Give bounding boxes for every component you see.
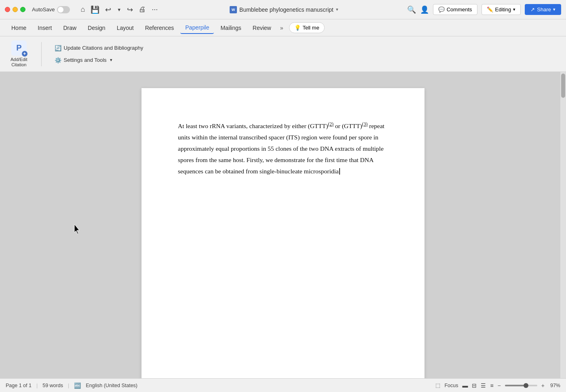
comments-label: Comments (447, 6, 472, 13)
ribbon-divider (41, 42, 42, 66)
update-citations-button[interactable]: 🔄 Update Citations and Bibliography (51, 43, 147, 53)
undo-icon[interactable]: ↩ (105, 5, 111, 14)
language[interactable]: English (United States) (86, 383, 137, 388)
lightbulb-icon: 💡 (294, 25, 301, 31)
menu-draw[interactable]: Draw (58, 22, 81, 34)
status-right: ⬚ Focus ▬ ⊟ ☰ ≡ − + 97% (435, 382, 560, 389)
doc-icon: W (230, 6, 237, 13)
page-info: Page 1 of 1 (6, 383, 32, 388)
redo-icon[interactable]: ↪ (127, 5, 133, 14)
menu-overflow-icon[interactable]: » (278, 25, 286, 31)
minimize-button[interactable] (13, 7, 18, 12)
focus-icon: ⬚ (435, 382, 440, 388)
settings-label: Settings and Tools (64, 57, 107, 63)
menu-layout[interactable]: Layout (112, 22, 139, 34)
draft-view-icon[interactable]: ≡ (490, 382, 493, 389)
menu-review[interactable]: Review (248, 22, 276, 34)
menu-bar: Home Insert Draw Design Layout Reference… (0, 19, 566, 36)
menu-paperpile[interactable]: Paperpile (180, 22, 214, 34)
focus-label[interactable]: Focus (444, 383, 458, 388)
status-divider-1: | (36, 383, 38, 388)
account-icon[interactable]: 👤 (420, 5, 429, 14)
document-page[interactable]: At least two rRNA variants, characterize… (142, 88, 424, 378)
home-icon[interactable]: ⌂ (80, 5, 85, 14)
spell-check-icon[interactable]: 🔤 (74, 382, 81, 389)
scrollbar-thumb[interactable] (561, 74, 565, 98)
plus-icon: + (22, 51, 27, 57)
status-bar: Page 1 of 1 | 59 words | 🔤 English (Unit… (0, 378, 566, 392)
undo-dropdown-icon[interactable]: ▼ (117, 7, 121, 12)
menu-references[interactable]: References (140, 22, 179, 34)
add-citation-label: Add/Edit Citation (11, 57, 27, 67)
menu-insert[interactable]: Insert (33, 22, 57, 34)
settings-tools-button[interactable]: ⚙️ Settings and Tools ▾ (51, 55, 147, 65)
print-icon[interactable]: 🖨 (139, 5, 146, 14)
zoom-level: 97% (550, 383, 560, 388)
title-dropdown-icon[interactable]: ▾ (336, 7, 338, 12)
settings-dropdown-icon: ▾ (110, 57, 112, 63)
document-title-area: W Bumblebee phylogenetics manuscript ▾ (164, 6, 404, 13)
menu-mailings[interactable]: Mailings (215, 22, 246, 34)
title-bar: AutoSave ⌂ 💾 ↩ ▼ ↪ 🖨 ··· W Bumblebee phy… (0, 0, 566, 19)
ribbon-tools: 🔄 Update Citations and Bibliography ⚙️ S… (51, 43, 147, 65)
save-icon[interactable]: 💾 (91, 5, 99, 14)
share-button[interactable]: ↗ Share ▾ (525, 4, 561, 15)
share-icon: ↗ (530, 6, 535, 13)
fullscreen-button[interactable] (20, 7, 25, 12)
update-label: Update Citations and Bibliography (64, 45, 144, 51)
autosave-area: AutoSave (32, 6, 70, 13)
comment-bubble-icon: 💬 (438, 6, 445, 13)
autosave-toggle[interactable] (57, 6, 70, 13)
tell-me-button[interactable]: 💡 Tell me (289, 22, 325, 33)
share-label: Share (537, 6, 551, 13)
share-dropdown-icon: ▾ (553, 7, 555, 12)
ribbon: P + Add/Edit Citation 🔄 Update Citations… (0, 36, 566, 72)
page-content: At least two rRNA variants, characterize… (178, 120, 388, 177)
more-icon[interactable]: ··· (152, 5, 158, 14)
editing-button[interactable]: ✏️ Editing ▾ (482, 4, 521, 15)
mouse-cursor (73, 223, 82, 236)
web-layout-icon[interactable]: ⊟ (472, 382, 477, 389)
zoom-thumb (524, 383, 528, 388)
zoom-slider[interactable] (505, 385, 537, 386)
editing-label: Editing (495, 6, 511, 13)
text-cursor (339, 168, 340, 175)
menu-home[interactable]: Home (6, 22, 31, 34)
status-divider-2: | (68, 383, 69, 388)
outline-view-icon[interactable]: ☰ (481, 382, 486, 389)
tell-me-label: Tell me (303, 25, 319, 31)
zoom-out-icon[interactable]: − (498, 382, 501, 389)
pencil-icon: ✏️ (487, 6, 493, 13)
close-button[interactable] (5, 7, 10, 12)
menu-design[interactable]: Design (83, 22, 110, 34)
title-bar-right: 🔍 👤 💬 Comments ✏️ Editing ▾ ↗ Share ▾ (407, 4, 561, 15)
editing-dropdown-icon: ▾ (513, 7, 515, 12)
comments-button[interactable]: 💬 Comments (433, 4, 477, 15)
traffic-lights (5, 7, 25, 12)
zoom-in-icon[interactable]: + (541, 382, 545, 389)
word-count: 59 words (42, 383, 63, 388)
paperpile-icon: P + (11, 40, 27, 56)
refresh-icon: 🔄 (55, 45, 61, 51)
autosave-label: AutoSave (32, 6, 55, 13)
document-title: Bumblebee phylogenetics manuscript (239, 6, 334, 13)
document-area: At least two rRNA variants, characterize… (0, 72, 566, 378)
add-edit-citation-button[interactable]: P + Add/Edit Citation (6, 37, 32, 71)
document-text: At least two rRNA variants, characterize… (178, 120, 388, 177)
search-icon[interactable]: 🔍 (407, 5, 416, 14)
vertical-scrollbar[interactable] (560, 72, 566, 378)
gear-icon: ⚙️ (55, 57, 61, 63)
zoom-track-fill (505, 385, 526, 386)
print-layout-icon[interactable]: ▬ (462, 382, 468, 389)
title-bar-icons: ⌂ 💾 ↩ ▼ ↪ 🖨 ··· (80, 5, 158, 14)
